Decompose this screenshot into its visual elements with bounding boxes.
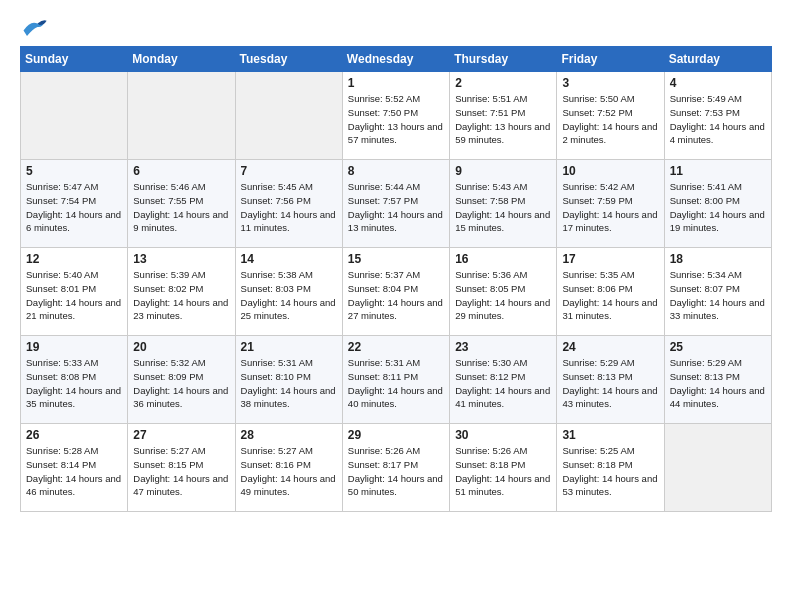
calendar-cell: 20 Sunrise: 5:32 AM Sunset: 8:09 PM Dayl… [128, 336, 235, 424]
day-info: Sunrise: 5:52 AM Sunset: 7:50 PM Dayligh… [348, 92, 444, 147]
sunrise-label: Sunrise: 5:26 AM [348, 445, 420, 456]
calendar-page: SundayMondayTuesdayWednesdayThursdayFrid… [0, 0, 792, 612]
sunset-label: Sunset: 7:52 PM [562, 107, 632, 118]
day-info: Sunrise: 5:25 AM Sunset: 8:18 PM Dayligh… [562, 444, 658, 499]
day-info: Sunrise: 5:44 AM Sunset: 7:57 PM Dayligh… [348, 180, 444, 235]
day-info: Sunrise: 5:41 AM Sunset: 8:00 PM Dayligh… [670, 180, 766, 235]
calendar-cell: 28 Sunrise: 5:27 AM Sunset: 8:16 PM Dayl… [235, 424, 342, 512]
day-info: Sunrise: 5:30 AM Sunset: 8:12 PM Dayligh… [455, 356, 551, 411]
logo-icon [20, 16, 48, 38]
day-info: Sunrise: 5:50 AM Sunset: 7:52 PM Dayligh… [562, 92, 658, 147]
daylight-label: Daylight: 13 hours and 59 minutes. [455, 121, 550, 146]
sunset-label: Sunset: 8:13 PM [670, 371, 740, 382]
sunset-label: Sunset: 8:09 PM [133, 371, 203, 382]
day-number: 21 [241, 340, 337, 354]
day-info: Sunrise: 5:46 AM Sunset: 7:55 PM Dayligh… [133, 180, 229, 235]
sunset-label: Sunset: 7:55 PM [133, 195, 203, 206]
week-row-5: 26 Sunrise: 5:28 AM Sunset: 8:14 PM Dayl… [21, 424, 772, 512]
day-info: Sunrise: 5:27 AM Sunset: 8:16 PM Dayligh… [241, 444, 337, 499]
day-info: Sunrise: 5:37 AM Sunset: 8:04 PM Dayligh… [348, 268, 444, 323]
sunset-label: Sunset: 8:13 PM [562, 371, 632, 382]
sunset-label: Sunset: 8:17 PM [348, 459, 418, 470]
sunrise-label: Sunrise: 5:51 AM [455, 93, 527, 104]
sunrise-label: Sunrise: 5:31 AM [348, 357, 420, 368]
day-number: 25 [670, 340, 766, 354]
calendar-cell [21, 72, 128, 160]
daylight-label: Daylight: 13 hours and 57 minutes. [348, 121, 443, 146]
day-info: Sunrise: 5:29 AM Sunset: 8:13 PM Dayligh… [562, 356, 658, 411]
sunset-label: Sunset: 7:57 PM [348, 195, 418, 206]
daylight-label: Daylight: 14 hours and 50 minutes. [348, 473, 443, 498]
day-info: Sunrise: 5:31 AM Sunset: 8:10 PM Dayligh… [241, 356, 337, 411]
day-info: Sunrise: 5:35 AM Sunset: 8:06 PM Dayligh… [562, 268, 658, 323]
day-info: Sunrise: 5:26 AM Sunset: 8:18 PM Dayligh… [455, 444, 551, 499]
sunset-label: Sunset: 7:53 PM [670, 107, 740, 118]
day-info: Sunrise: 5:40 AM Sunset: 8:01 PM Dayligh… [26, 268, 122, 323]
weekday-friday: Friday [557, 47, 664, 72]
sunset-label: Sunset: 8:04 PM [348, 283, 418, 294]
sunset-label: Sunset: 8:10 PM [241, 371, 311, 382]
day-number: 30 [455, 428, 551, 442]
sunrise-label: Sunrise: 5:52 AM [348, 93, 420, 104]
calendar-cell: 10 Sunrise: 5:42 AM Sunset: 7:59 PM Dayl… [557, 160, 664, 248]
calendar-cell: 13 Sunrise: 5:39 AM Sunset: 8:02 PM Dayl… [128, 248, 235, 336]
calendar-cell: 12 Sunrise: 5:40 AM Sunset: 8:01 PM Dayl… [21, 248, 128, 336]
day-info: Sunrise: 5:34 AM Sunset: 8:07 PM Dayligh… [670, 268, 766, 323]
week-row-3: 12 Sunrise: 5:40 AM Sunset: 8:01 PM Dayl… [21, 248, 772, 336]
daylight-label: Daylight: 14 hours and 31 minutes. [562, 297, 657, 322]
day-number: 18 [670, 252, 766, 266]
daylight-label: Daylight: 14 hours and 13 minutes. [348, 209, 443, 234]
sunrise-label: Sunrise: 5:44 AM [348, 181, 420, 192]
day-info: Sunrise: 5:33 AM Sunset: 8:08 PM Dayligh… [26, 356, 122, 411]
daylight-label: Daylight: 14 hours and 29 minutes. [455, 297, 550, 322]
sunrise-label: Sunrise: 5:29 AM [562, 357, 634, 368]
sunrise-label: Sunrise: 5:43 AM [455, 181, 527, 192]
sunrise-label: Sunrise: 5:39 AM [133, 269, 205, 280]
calendar-cell: 5 Sunrise: 5:47 AM Sunset: 7:54 PM Dayli… [21, 160, 128, 248]
calendar-cell: 31 Sunrise: 5:25 AM Sunset: 8:18 PM Dayl… [557, 424, 664, 512]
daylight-label: Daylight: 14 hours and 9 minutes. [133, 209, 228, 234]
day-number: 3 [562, 76, 658, 90]
daylight-label: Daylight: 14 hours and 36 minutes. [133, 385, 228, 410]
sunset-label: Sunset: 7:51 PM [455, 107, 525, 118]
calendar-cell [235, 72, 342, 160]
week-row-4: 19 Sunrise: 5:33 AM Sunset: 8:08 PM Dayl… [21, 336, 772, 424]
sunset-label: Sunset: 8:01 PM [26, 283, 96, 294]
day-number: 23 [455, 340, 551, 354]
calendar-cell: 26 Sunrise: 5:28 AM Sunset: 8:14 PM Dayl… [21, 424, 128, 512]
calendar-cell: 11 Sunrise: 5:41 AM Sunset: 8:00 PM Dayl… [664, 160, 771, 248]
daylight-label: Daylight: 14 hours and 35 minutes. [26, 385, 121, 410]
daylight-label: Daylight: 14 hours and 53 minutes. [562, 473, 657, 498]
calendar-cell [664, 424, 771, 512]
calendar-cell: 29 Sunrise: 5:26 AM Sunset: 8:17 PM Dayl… [342, 424, 449, 512]
calendar-cell: 25 Sunrise: 5:29 AM Sunset: 8:13 PM Dayl… [664, 336, 771, 424]
calendar-cell: 27 Sunrise: 5:27 AM Sunset: 8:15 PM Dayl… [128, 424, 235, 512]
day-number: 24 [562, 340, 658, 354]
day-info: Sunrise: 5:32 AM Sunset: 8:09 PM Dayligh… [133, 356, 229, 411]
daylight-label: Daylight: 14 hours and 33 minutes. [670, 297, 765, 322]
weekday-header-row: SundayMondayTuesdayWednesdayThursdayFrid… [21, 47, 772, 72]
sunset-label: Sunset: 8:02 PM [133, 283, 203, 294]
daylight-label: Daylight: 14 hours and 17 minutes. [562, 209, 657, 234]
sunset-label: Sunset: 8:06 PM [562, 283, 632, 294]
day-info: Sunrise: 5:29 AM Sunset: 8:13 PM Dayligh… [670, 356, 766, 411]
weekday-wednesday: Wednesday [342, 47, 449, 72]
day-info: Sunrise: 5:36 AM Sunset: 8:05 PM Dayligh… [455, 268, 551, 323]
day-info: Sunrise: 5:42 AM Sunset: 7:59 PM Dayligh… [562, 180, 658, 235]
weekday-saturday: Saturday [664, 47, 771, 72]
sunrise-label: Sunrise: 5:33 AM [26, 357, 98, 368]
calendar-cell: 1 Sunrise: 5:52 AM Sunset: 7:50 PM Dayli… [342, 72, 449, 160]
calendar-cell: 3 Sunrise: 5:50 AM Sunset: 7:52 PM Dayli… [557, 72, 664, 160]
daylight-label: Daylight: 14 hours and 44 minutes. [670, 385, 765, 410]
sunrise-label: Sunrise: 5:37 AM [348, 269, 420, 280]
sunset-label: Sunset: 7:58 PM [455, 195, 525, 206]
day-number: 19 [26, 340, 122, 354]
week-row-1: 1 Sunrise: 5:52 AM Sunset: 7:50 PM Dayli… [21, 72, 772, 160]
calendar-cell: 24 Sunrise: 5:29 AM Sunset: 8:13 PM Dayl… [557, 336, 664, 424]
day-info: Sunrise: 5:39 AM Sunset: 8:02 PM Dayligh… [133, 268, 229, 323]
daylight-label: Daylight: 14 hours and 47 minutes. [133, 473, 228, 498]
day-info: Sunrise: 5:49 AM Sunset: 7:53 PM Dayligh… [670, 92, 766, 147]
day-number: 22 [348, 340, 444, 354]
sunrise-label: Sunrise: 5:36 AM [455, 269, 527, 280]
sunrise-label: Sunrise: 5:25 AM [562, 445, 634, 456]
